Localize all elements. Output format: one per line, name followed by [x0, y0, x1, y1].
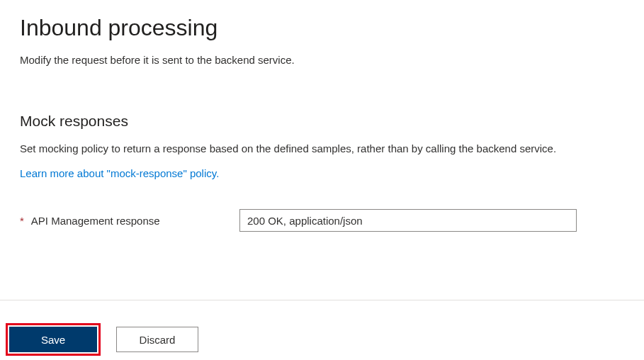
footer-divider — [0, 300, 644, 300]
page-title: Inbound processing — [20, 14, 624, 41]
mock-responses-description: Set mocking policy to return a response … — [20, 142, 624, 154]
api-management-response-input[interactable] — [239, 209, 577, 232]
page-subtitle: Modify the request before it is sent to … — [20, 54, 624, 66]
mock-responses-section-title: Mock responses — [20, 113, 624, 130]
save-button-highlight: Save — [6, 323, 101, 356]
discard-button[interactable]: Discard — [116, 327, 198, 352]
api-management-response-row: * API Management response — [20, 209, 624, 232]
learn-more-link[interactable]: Learn more about "mock-response" policy. — [20, 167, 219, 179]
required-asterisk-icon: * — [20, 215, 24, 227]
form-label-wrap: * API Management response — [20, 215, 239, 227]
footer-bar: Save Discard — [0, 323, 198, 356]
api-management-response-label: API Management response — [31, 215, 160, 227]
save-button[interactable]: Save — [9, 327, 97, 352]
